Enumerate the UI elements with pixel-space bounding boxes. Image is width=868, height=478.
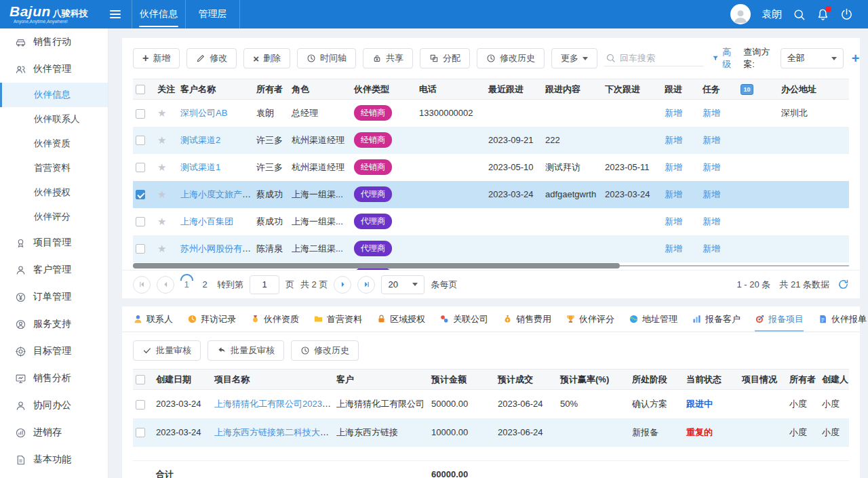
sidebar-item-inventory[interactable]: 进销存 — [0, 419, 108, 446]
goto-page-input[interactable] — [250, 275, 279, 294]
row-checkbox[interactable] — [136, 136, 145, 145]
tab-partner-score[interactable]: 伙伴评分 — [566, 306, 614, 332]
tab-contact-person[interactable]: 联系人 — [133, 306, 173, 332]
star-icon[interactable]: ★ — [157, 188, 166, 200]
customer-name-link[interactable]: 上海小度文旅产业有限公司 — [180, 189, 254, 199]
tab-partner-info[interactable]: 伙伴信息 — [132, 0, 186, 28]
project-name-link[interactable]: 上海东西方链接第二科技大厦项目 — [214, 427, 334, 437]
row-checkbox[interactable] — [136, 217, 145, 226]
table-row[interactable]: 2023-03-24 上海东西方链接第二科技大厦项目 上海东西方链接 10000… — [133, 418, 849, 447]
select-all-checkbox[interactable] — [136, 85, 145, 94]
add-query-scheme-button[interactable]: + — [852, 52, 860, 65]
customer-name-link[interactable]: 测试渠道1 — [180, 162, 220, 172]
sidebar-item-sales-analysis[interactable]: 销售分析 — [0, 365, 108, 392]
add-follow-link[interactable]: 新增 — [665, 108, 682, 118]
add-task-link[interactable]: 新增 — [703, 216, 720, 226]
tab-region-authorization[interactable]: 区域授权 — [376, 306, 425, 332]
sidebar-item-collaboration[interactable]: 协同办公 — [0, 392, 108, 419]
sidebar-item-order-management[interactable]: 订单管理 — [0, 283, 108, 311]
more-button[interactable]: 更多 — [551, 48, 597, 68]
next-page-button[interactable] — [334, 276, 351, 294]
add-task-link[interactable]: 新增 — [703, 189, 720, 199]
detail-history-button[interactable]: 修改历史 — [291, 340, 359, 361]
add-follow-link[interactable]: 新增 — [665, 189, 682, 199]
tab-initial-docs[interactable]: 首营资料 — [313, 306, 362, 332]
customer-name-link[interactable]: 测试渠道2 — [180, 135, 220, 145]
sidebar-subitem-partner-authorization[interactable]: 伙伴授权 — [0, 180, 108, 205]
power-icon[interactable] — [840, 8, 853, 21]
refresh-button[interactable] — [837, 279, 849, 290]
search-icon[interactable] — [793, 8, 806, 21]
tab-partner-orders[interactable]: 伙伴报单 — [818, 306, 867, 332]
table-row[interactable]: ★ 测试渠道2 许三多 杭州渠道经理 经销商 2023-09-21 222 新增… — [133, 127, 849, 154]
add-follow-link[interactable]: 新增 — [665, 162, 682, 172]
star-icon[interactable]: ★ — [157, 161, 166, 173]
star-icon[interactable]: ★ — [157, 243, 166, 254]
row-checkbox[interactable] — [136, 163, 145, 172]
table-row[interactable]: ★ 苏州小网股份有限公司 陈清泉 上海二组渠... 代理商 新增 新增 — [133, 235, 849, 262]
query-scheme-select[interactable]: 全部 — [781, 48, 844, 68]
customer-name-link[interactable]: 上海小百集团 — [180, 216, 233, 226]
add-task-link[interactable]: 新增 — [703, 135, 720, 145]
add-task-link[interactable]: 新增 — [703, 243, 720, 254]
tab-partner-qualification[interactable]: 伙伴资质 — [250, 306, 299, 332]
last-page-button[interactable] — [357, 276, 375, 294]
row-checkbox[interactable] — [136, 400, 145, 410]
row-checkbox-checked[interactable] — [136, 190, 145, 199]
customer-name-link[interactable]: 苏州小网股份有限公司 — [180, 243, 254, 254]
tab-related-company[interactable]: 关联公司 — [439, 306, 488, 332]
table-row[interactable]: 2023-03-24 上海猜猜化工有限公司2023年度项目 上海猜猜化工有限公司… — [133, 390, 849, 418]
advanced-filter-button[interactable]: 高级 — [712, 46, 735, 71]
tab-management[interactable]: 管理层 — [186, 0, 240, 28]
star-icon[interactable]: ★ — [157, 216, 166, 227]
notifications-button[interactable] — [816, 8, 829, 21]
star-icon[interactable]: ★ — [157, 270, 166, 271]
menu-toggle-icon[interactable] — [110, 8, 121, 20]
table-row[interactable]: ★ 深圳公司AB 袁朗 总经理 经销商 13300000002 新增 新增 深圳… — [133, 100, 849, 127]
add-button[interactable]: +新增 — [133, 48, 180, 68]
avatar[interactable] — [730, 4, 751, 24]
row-checkbox[interactable] — [136, 428, 145, 437]
assign-button[interactable]: 分配 — [420, 48, 470, 68]
tab-address-management[interactable]: 地址管理 — [629, 306, 677, 332]
app-logo[interactable]: Bajun八骏科技 Anyone,Anytime,Anywhere! — [0, 4, 107, 24]
sidebar-item-customer-management[interactable]: 客户管理 — [0, 256, 108, 283]
modify-history-button[interactable]: 修改历史 — [477, 48, 545, 68]
tab-sales-expense[interactable]: 销售费用 — [502, 306, 551, 332]
scrollbar-thumb[interactable] — [133, 263, 620, 268]
add-follow-link[interactable]: 新增 — [665, 216, 682, 226]
tab-reported-projects[interactable]: 报备项目 — [755, 306, 804, 332]
timeline-button[interactable]: 时间轴 — [297, 48, 356, 68]
page-size-select[interactable]: 20 — [381, 275, 425, 294]
batch-approve-button[interactable]: 批量审核 — [133, 340, 201, 361]
sidebar-item-partner-management[interactable]: 伙伴管理 — [0, 56, 108, 83]
tab-visit-log[interactable]: 拜访记录 — [187, 306, 236, 332]
project-name-link[interactable]: 上海猜猜化工有限公司2023年度项目 — [214, 399, 334, 409]
table-row[interactable]: ★ 上海小百集团 蔡成功 上海一组渠... 代理商 新增 新增 — [133, 208, 849, 235]
page-number-2[interactable]: 2 — [199, 279, 211, 290]
add-task-link[interactable]: 新增 — [703, 108, 720, 118]
sidebar-item-sales-action[interactable]: 销售行动 — [0, 28, 108, 56]
delete-button[interactable]: ×删除 — [243, 48, 290, 68]
prev-page-button[interactable] — [157, 276, 174, 294]
sidebar-item-project-management[interactable]: 项目管理 — [0, 229, 108, 256]
row-checkbox[interactable] — [136, 244, 145, 254]
add-task-link[interactable]: 新增 — [703, 162, 720, 172]
sidebar-subitem-initial-docs[interactable]: 首营资料 — [0, 156, 108, 180]
sidebar-item-goal-management[interactable]: 目标管理 — [0, 338, 108, 365]
horizontal-scrollbar[interactable] — [133, 263, 849, 269]
star-icon[interactable]: ★ — [157, 134, 166, 146]
sidebar-subitem-partner-score[interactable]: 伙伴评分 — [0, 205, 108, 229]
batch-unapprove-button[interactable]: 批量反审核 — [208, 340, 284, 361]
page-number-1[interactable]: 1 — [180, 279, 193, 290]
user-name[interactable]: 袁朗 — [762, 8, 782, 21]
customer-name-link[interactable]: 深圳公司AB — [180, 108, 227, 118]
sidebar-subitem-partner-qualification[interactable]: 伙伴资质 — [0, 132, 108, 156]
add-follow-link[interactable]: 新增 — [665, 135, 682, 145]
sidebar-item-basic-functions[interactable]: 基本功能 — [0, 446, 108, 473]
share-button[interactable]: 共享 — [363, 48, 413, 68]
search-input[interactable] — [620, 53, 703, 63]
sidebar-subitem-partner-info[interactable]: 伙伴信息 — [0, 83, 108, 107]
sidebar-subitem-partner-contacts[interactable]: 伙伴联系人 — [0, 107, 108, 132]
row-checkbox[interactable] — [136, 109, 145, 119]
